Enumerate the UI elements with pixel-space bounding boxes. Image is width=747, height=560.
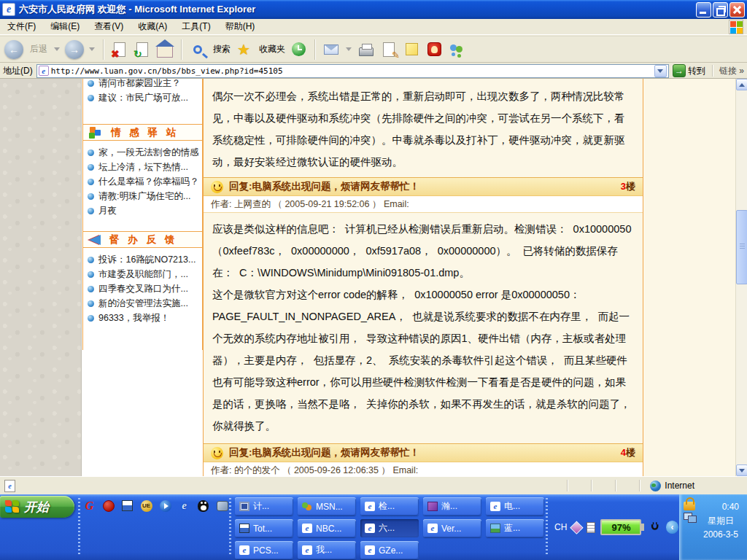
cubes-icon — [89, 127, 102, 139]
qq-lock-tray-icon[interactable] — [684, 502, 695, 510]
sidebar-link[interactable]: 96333，我举报！ — [83, 311, 202, 325]
task-button[interactable]: eNBC... — [298, 519, 356, 537]
qq-toolbar-button[interactable] — [425, 40, 444, 59]
links-label[interactable]: 链接 — [719, 65, 744, 77]
ie-icon[interactable]: e — [178, 499, 190, 512]
minimize-button[interactable] — [696, 2, 711, 18]
ultraedit-icon[interactable]: UE — [140, 499, 152, 512]
close-button[interactable] — [729, 2, 745, 18]
task-button[interactable]: 蓝... — [486, 519, 544, 537]
flashget-icon[interactable]: G — [83, 499, 96, 512]
back-button[interactable]: ← — [4, 40, 23, 59]
task-button[interactable]: Tot... — [235, 519, 293, 537]
sidebar-link-label[interactable]: 四季春交叉路口为什... — [98, 283, 188, 295]
sidebar-link[interactable]: 投诉：16路皖NO7213... — [83, 252, 202, 267]
task-button[interactable]: e检... — [360, 497, 419, 516]
sidebar-link-label[interactable]: 请问市都蒙园业主？ — [98, 79, 181, 90]
address-separator — [712, 65, 713, 77]
sidebar-link-label[interactable]: 96333，我举报！ — [98, 312, 169, 324]
disk-icon[interactable] — [121, 499, 133, 512]
task-button[interactable]: eVer... — [423, 519, 481, 537]
sidebar-link[interactable]: 请教:明珠广场住宅的... — [83, 189, 202, 203]
taskbar-handle[interactable] — [78, 498, 80, 556]
media-player-icon[interactable] — [159, 499, 171, 512]
search-button[interactable] — [188, 40, 207, 59]
toolbar: ← 后退 → ✖ ↻ 搜索 ★ 收藏夹 ✎ — [0, 36, 747, 63]
scroll-up-button[interactable] — [736, 79, 747, 90]
refresh-button[interactable]: ↻ — [133, 40, 152, 59]
mail-button[interactable] — [322, 40, 341, 59]
vertical-scrollbar[interactable] — [735, 79, 747, 476]
scroll-down-button[interactable] — [736, 464, 747, 476]
task-button[interactable]: 计... — [235, 497, 293, 516]
menu-file[interactable]: 文件(F) — [7, 20, 36, 33]
menu-favorites[interactable]: 收藏(A) — [138, 20, 167, 33]
task-button[interactable]: eGZe... — [360, 541, 419, 559]
sidebar-link-label[interactable]: 投诉：16路皖NO7213... — [98, 254, 196, 266]
restore-button[interactable] — [713, 2, 728, 18]
sidebar-link-label[interactable]: 建议：市民广场可放... — [98, 92, 188, 104]
search-label[interactable]: 搜索 — [213, 43, 231, 55]
red-badge-icon[interactable] — [102, 499, 115, 512]
forward-dropdown-icon[interactable] — [89, 47, 95, 51]
messenger-button[interactable] — [447, 40, 466, 59]
task-button-active[interactable]: e六... — [360, 519, 419, 537]
sidebar-link[interactable]: 建议：市民广场可放... — [83, 90, 202, 105]
menu-view[interactable]: 查看(V) — [94, 20, 123, 33]
taskbar-handle[interactable] — [546, 498, 548, 556]
network-tray-icon[interactable] — [684, 513, 697, 523]
sidebar-link[interactable]: 家，一段无法割舍的情感 — [83, 145, 202, 160]
sidebar-link[interactable]: 请问市都蒙园业主？ — [83, 79, 202, 90]
print-button[interactable] — [357, 40, 376, 59]
sidebar-link-label[interactable]: 市建委及职能部门，... — [98, 268, 188, 281]
notes-button[interactable] — [402, 40, 421, 59]
taskbar-handle[interactable] — [229, 498, 231, 556]
sidebar-link[interactable]: 四季春交叉路口为什... — [83, 281, 202, 296]
home-button[interactable] — [155, 40, 174, 59]
battery-indicator[interactable]: 97% — [600, 519, 644, 535]
sidebar-link-label[interactable]: 家，一段无法割舍的情感 — [98, 147, 199, 159]
sidebar-link-label[interactable]: 什么是幸福？你幸福吗？ — [98, 176, 199, 188]
task-button[interactable]: e我... — [298, 541, 356, 559]
address-dropdown-button[interactable] — [654, 65, 667, 77]
menu-tools[interactable]: 工具(T) — [182, 20, 210, 33]
sidebar-link[interactable]: 坛上冷清，坛下热情... — [83, 160, 202, 174]
back-dropdown-icon[interactable] — [54, 47, 60, 51]
desktop: { "colors": { "accent_orange": "#F0A64B"… — [0, 0, 747, 560]
menu-edit[interactable]: 编辑(E) — [50, 20, 80, 33]
sidebar-link-label[interactable]: 新的治安管理法实施... — [98, 298, 188, 310]
task-button[interactable]: e电... — [486, 497, 544, 516]
sidebar-link-label[interactable]: 月夜 — [98, 205, 117, 217]
sidebar-link[interactable]: 月夜 — [83, 203, 202, 218]
task-button[interactable]: ePCS... — [235, 541, 293, 559]
history-button[interactable] — [289, 40, 308, 59]
scrollbar-thumb[interactable] — [736, 210, 747, 284]
sidebar-link-label[interactable]: 坛上冷清，坛下热情... — [98, 161, 188, 174]
forward-button[interactable]: → — [65, 40, 84, 59]
smiley-icon — [211, 447, 223, 459]
address-url[interactable]: http://www.luan.gov.cn/bbs/bbs_view.php?… — [51, 66, 654, 76]
mail-dropdown-icon[interactable] — [346, 47, 352, 51]
sidebar-link[interactable]: 市建委及职能部门，... — [83, 267, 202, 281]
bullet-icon — [88, 164, 94, 171]
task-button[interactable]: MSN... — [298, 497, 356, 516]
messenger-icon[interactable] — [216, 499, 228, 512]
qq-icon[interactable] — [197, 499, 209, 512]
task-button[interactable]: 瀚... — [423, 497, 481, 516]
start-button[interactable]: 开始 — [0, 496, 74, 518]
sidebar-link-label[interactable]: 请教:明珠广场住宅的... — [98, 190, 190, 203]
go-button[interactable]: → 转到 — [673, 64, 705, 77]
favorites-button[interactable]: ★ — [234, 40, 253, 59]
favorites-label[interactable]: 收藏夹 — [259, 43, 285, 55]
sidebar-link[interactable]: 什么是幸福？你幸福吗？ — [83, 174, 202, 189]
hide-icons-chevron[interactable]: ‹ — [666, 521, 678, 534]
menu-help[interactable]: 帮助(H) — [225, 20, 255, 33]
address-input[interactable]: e http://www.luan.gov.cn/bbs/bbs_view.ph… — [36, 64, 669, 78]
sidebar-link[interactable]: 新的治安管理法实施... — [83, 296, 202, 311]
power-plug-icon[interactable] — [649, 521, 660, 533]
edit-button[interactable]: ✎ — [379, 40, 398, 59]
language-indicator[interactable]: CH — [554, 522, 567, 532]
stop-button[interactable]: ✖ — [110, 40, 129, 59]
ime-icon[interactable] — [570, 521, 584, 534]
notepad-tray-icon[interactable] — [587, 522, 596, 533]
